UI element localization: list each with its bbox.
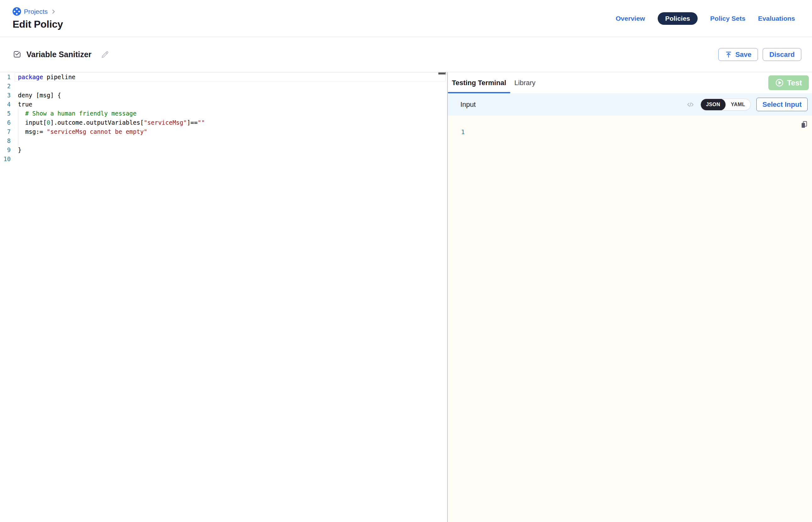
nav-tab-evaluations[interactable]: Evaluations (758, 15, 795, 22)
policy-code-editor[interactable]: 1package pipeline23deny [msg] {4true5 # … (0, 72, 447, 522)
input-label: Input (460, 101, 476, 109)
test-button[interactable]: Test (768, 75, 809, 90)
line-number: 1 (0, 73, 11, 82)
line-number: 2 (0, 82, 11, 91)
breadcrumb-projects-link[interactable]: Projects (24, 8, 48, 15)
line-number: 5 (0, 109, 11, 118)
save-button[interactable]: Save (718, 48, 758, 61)
select-input-button[interactable]: Select Input (756, 98, 808, 111)
line-number: 9 (0, 145, 11, 155)
nav-tab-overview[interactable]: Overview (616, 15, 645, 22)
code-line[interactable]: 4true (0, 100, 447, 109)
header-nav: OverviewPoliciesPolicy SetsEvaluations (616, 12, 795, 25)
tabbar-spacer (539, 72, 768, 93)
code-line[interactable]: 10 (0, 155, 447, 164)
page-title: Edit Policy (13, 19, 63, 30)
panel-tab-library[interactable]: Library (510, 72, 539, 93)
policy-name: Variable Sanitizer (26, 50, 92, 59)
breadcrumb: Projects (13, 7, 63, 16)
code-text (11, 155, 18, 164)
page-header: Projects Edit Policy OverviewPoliciesPol… (0, 0, 812, 37)
code-text: true (11, 100, 32, 109)
code-line[interactable]: 6 input[0].outcome.outputVariables["serv… (0, 118, 447, 127)
code-line[interactable]: 8 (0, 136, 447, 145)
code-line[interactable]: 9} (0, 145, 447, 155)
input-editor[interactable]: 1 (448, 116, 812, 522)
format-toggle: JSONYAML (700, 99, 751, 111)
chevron-right-icon (51, 9, 56, 15)
code-line[interactable]: 1package pipeline (0, 73, 447, 82)
code-line[interactable]: 2 (0, 82, 447, 91)
code-line[interactable]: 5 # Show a human friendly message (0, 109, 447, 118)
code-text: package pipeline (11, 73, 75, 82)
code-text (11, 82, 18, 91)
input-editor-line-number: 1 (461, 128, 465, 136)
projects-icon (13, 7, 21, 16)
testing-panel: Testing TerminalLibrary Test Input (448, 72, 812, 522)
line-number: 10 (0, 155, 11, 164)
panel-tab-testing-terminal[interactable]: Testing Terminal (448, 72, 510, 93)
format-option-json[interactable]: JSON (701, 99, 726, 111)
code-text: input[0].outcome.outputVariables["servic… (11, 118, 205, 127)
code-text (11, 136, 18, 145)
nav-tab-policies[interactable]: Policies (658, 12, 698, 25)
testing-panel-tabbar: Testing TerminalLibrary Test (448, 72, 812, 93)
edit-name-pencil-icon[interactable] (101, 50, 110, 59)
shield-check-icon (13, 50, 22, 59)
line-number: 8 (0, 136, 11, 145)
format-option-yaml[interactable]: YAML (726, 99, 750, 111)
code-line[interactable]: 7 msg:= "serviceMsg cannot be empty" (0, 127, 447, 136)
line-number: 4 (0, 100, 11, 109)
code-text: msg:= "serviceMsg cannot be empty" (11, 127, 147, 136)
code-text: } (11, 145, 21, 155)
code-brackets-icon (686, 100, 695, 109)
upload-icon (725, 51, 732, 58)
line-number: 7 (0, 127, 11, 136)
play-circle-icon (775, 79, 784, 87)
nav-tab-policy-sets[interactable]: Policy Sets (710, 15, 746, 22)
discard-button[interactable]: Discard (763, 48, 801, 61)
code-text: deny [msg] { (11, 91, 61, 100)
input-header-row: Input JSONYAML Select Input (448, 93, 812, 116)
policy-toolbar: Variable Sanitizer Save Discard (0, 37, 812, 72)
code-text: # Show a human friendly message (11, 109, 137, 118)
line-number: 6 (0, 118, 11, 127)
line-number: 3 (0, 91, 11, 100)
copy-icon[interactable] (800, 120, 808, 130)
code-line[interactable]: 3deny [msg] { (0, 91, 447, 100)
